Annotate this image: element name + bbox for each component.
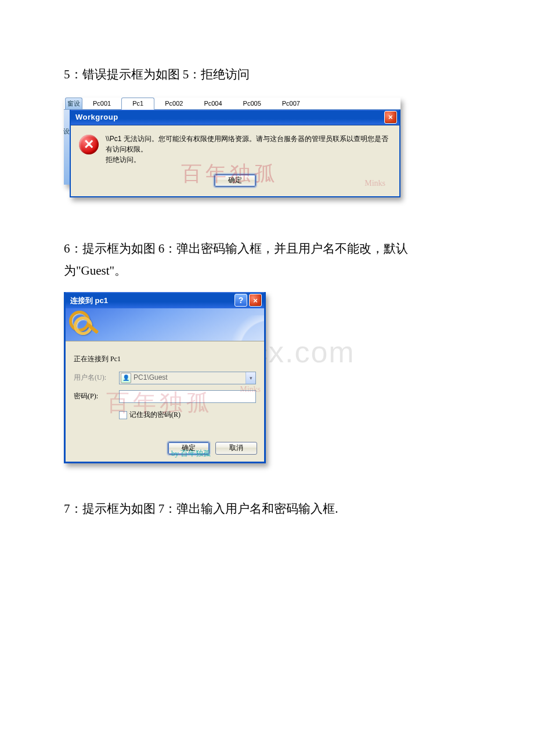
close-icon[interactable]: × <box>384 111 397 124</box>
dialog-body: ✕ \\Pc1 无法访问。您可能没有权限使用网络资源。请与这台服务器的管理员联系… <box>71 125 399 171</box>
dialog-button-row: 确定 取消 <box>66 429 264 462</box>
username-field: 👤 PC1\Guest ▾ <box>119 372 256 384</box>
tab-pc004[interactable]: Pc004 <box>193 98 232 109</box>
password-row: 密码(P): <box>74 390 256 403</box>
help-icon[interactable]: ? <box>234 294 247 307</box>
tab-pc1[interactable]: Pc1 <box>121 98 154 110</box>
error-message-line2: 拒绝访问。 <box>106 156 140 164</box>
tab-bar: 窗设 Pc001 Pc1 Pc002 Pc004 Pc005 Pc007 <box>64 98 400 110</box>
keys-icon <box>69 309 102 339</box>
password-input[interactable] <box>121 391 254 402</box>
error-message: \\Pc1 无法访问。您可能没有权限使用网络资源。请与这台服务器的管理员联系以查… <box>106 134 391 165</box>
ok-button[interactable]: 确定 <box>214 174 256 187</box>
screenshot-error-dialog: 窗设 Pc001 Pc1 Pc002 Pc004 Pc005 Pc007 设 W… <box>64 98 400 197</box>
error-icon: ✕ <box>79 135 99 154</box>
dialog-body: 正在连接到 Pc1 用户名(U): 👤 PC1\Guest ▾ 密码(P): <box>66 341 264 428</box>
dialog-header-graphic <box>66 308 264 341</box>
tab-window-settings[interactable]: 窗设 <box>65 98 82 109</box>
username-value: PC1\Guest <box>134 372 168 384</box>
dialog-titlebar[interactable]: Workgroup × <box>71 110 399 125</box>
connecting-label: 正在连接到 Pc1 <box>74 353 256 366</box>
cancel-button[interactable]: 取消 <box>215 442 257 455</box>
paragraph-6: 6：提示框为如图 6：弹出密码输入框，并且用户名不能改，默认为"Guest"。 <box>64 238 470 282</box>
dialog-button-row: 确定 <box>71 171 399 196</box>
remember-checkbox[interactable] <box>119 411 127 419</box>
dialog-title-text: Workgroup <box>75 110 384 124</box>
left-strip-label: 设 <box>63 126 70 138</box>
user-avatar-icon: 👤 <box>121 373 131 383</box>
dialog-titlebar[interactable]: 连接到 pc1 ? × <box>66 292 264 308</box>
password-field-wrap[interactable] <box>119 390 256 403</box>
tab-pc002[interactable]: Pc002 <box>154 98 193 109</box>
tab-pc007[interactable]: Pc007 <box>272 98 311 109</box>
screenshot-connect-dialog: 连接到 pc1 ? × 正在连接到 Pc1 用户名(U): 👤 <box>64 292 266 463</box>
connect-dialog: 连接到 pc1 ? × 正在连接到 Pc1 用户名(U): 👤 <box>64 292 266 463</box>
paragraph-7: 7：提示框为如图 7：弹出输入用户名和密码输入框. <box>64 498 470 520</box>
chevron-down-icon[interactable]: ▾ <box>246 372 255 384</box>
tab-pc005[interactable]: Pc005 <box>233 98 272 109</box>
remember-label: 记住我的密码(R) <box>129 409 181 422</box>
remember-row: 记住我的密码(R) <box>119 409 256 422</box>
paragraph-5: 5：错误提示框为如图 5：拒绝访问 <box>64 64 470 86</box>
dialog-title-text: 连接到 pc1 <box>70 294 234 307</box>
close-icon[interactable]: × <box>249 294 262 307</box>
username-row: 用户名(U): 👤 PC1\Guest ▾ <box>74 372 256 384</box>
tab-pc001[interactable]: Pc001 <box>82 98 121 109</box>
username-label: 用户名(U): <box>74 372 119 384</box>
ok-button[interactable]: 确定 <box>168 442 210 455</box>
error-dialog: Workgroup × ✕ \\Pc1 无法访问。您可能没有权限使用网络资源。请… <box>70 110 400 197</box>
password-label: 密码(P): <box>74 390 119 403</box>
error-message-line1: \\Pc1 无法访问。您可能没有权限使用网络资源。请与这台服务器的管理员联系以查… <box>106 135 388 153</box>
